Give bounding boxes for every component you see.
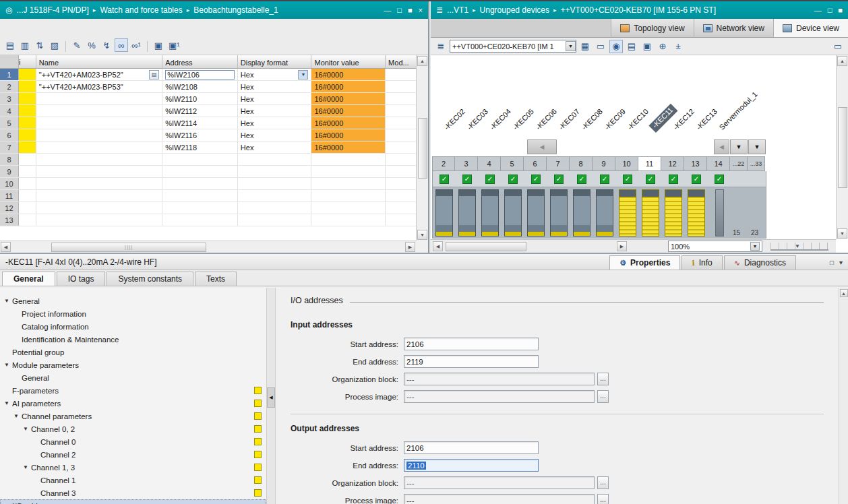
- maximize-icon[interactable]: ■: [408, 6, 413, 14]
- chevron-down-icon[interactable]: ▼: [13, 413, 22, 419]
- cell-display-format[interactable]: Hex: [238, 129, 312, 141]
- modify-address-button[interactable]: ✎: [70, 38, 84, 52]
- cell-display-format[interactable]: [238, 166, 312, 177]
- module-slot[interactable]: [479, 187, 502, 238]
- scrollbar-thumb[interactable]: [418, 118, 427, 179]
- cell-display-format[interactable]: [238, 178, 312, 189]
- modify-percent-button[interactable]: %: [85, 38, 98, 52]
- failsafe-module[interactable]: [619, 189, 636, 237]
- zoom-slider-knob[interactable]: ▼: [795, 243, 800, 249]
- nav-project-information[interactable]: Project information: [0, 307, 266, 320]
- cell-name[interactable]: "++VT420+AM023-BP52" ▤: [36, 69, 162, 80]
- failsafe-module-selected[interactable]: [642, 189, 659, 237]
- module-slot[interactable]: [456, 187, 479, 238]
- jump-to-row-button[interactable]: ⇅: [33, 38, 47, 52]
- row-number[interactable]: 1: [0, 69, 19, 80]
- failsafe-module[interactable]: [688, 189, 705, 237]
- io-module[interactable]: [596, 189, 613, 237]
- zoom-select[interactable]: 100% ▼: [668, 241, 762, 252]
- browse-button[interactable]: ...: [597, 373, 609, 385]
- show-force-columns-button[interactable]: ▣¹: [166, 38, 182, 52]
- input-end-address-field[interactable]: 2119: [404, 355, 539, 368]
- horizontal-scrollbar[interactable]: [446, 241, 614, 251]
- tag-browse-button[interactable]: ▤: [149, 70, 159, 80]
- breadcrumb-project[interactable]: ...VT1: [447, 5, 468, 15]
- tab-properties[interactable]: ⚙ Properties: [609, 255, 680, 270]
- table-row[interactable]: 5 %IW2114 Hex 16#0000: [0, 117, 416, 129]
- slot-cell[interactable]: 7: [547, 156, 570, 171]
- cell-display-format[interactable]: Hex ▼: [238, 69, 312, 80]
- slot-cell[interactable]: 14: [707, 156, 730, 171]
- row-number[interactable]: 11: [0, 190, 19, 201]
- chevron-down-icon[interactable]: ▼: [23, 464, 31, 470]
- tab-device-view[interactable]: Device view: [773, 19, 848, 37]
- breadcrumb-ungrouped-devices[interactable]: Ungrouped devices: [480, 5, 549, 15]
- slot-cell[interactable]: 3: [455, 156, 478, 171]
- slot-cell-selected[interactable]: 11: [638, 156, 661, 171]
- io-module[interactable]: [527, 189, 545, 237]
- close-icon[interactable]: ×: [419, 6, 423, 14]
- row-number[interactable]: 6: [0, 129, 19, 141]
- cell-address[interactable]: [162, 190, 238, 201]
- maximize-icon[interactable]: ■: [838, 6, 843, 14]
- scroll-up-icon[interactable]: ▲: [840, 289, 848, 297]
- cell-display-format[interactable]: Hex: [238, 141, 312, 153]
- module-label[interactable]: -KEC08: [580, 107, 605, 133]
- nav-module-parameters[interactable]: ▼Module parameters: [0, 358, 266, 371]
- module-label-selected[interactable]: -KEC11: [648, 104, 677, 133]
- module-label[interactable]: -KEC06: [534, 107, 559, 133]
- module-label[interactable]: -KEC10: [626, 107, 651, 133]
- zoom-button[interactable]: ⊕: [656, 40, 669, 53]
- browse-button[interactable]: ...: [597, 476, 609, 489]
- modify-now-button[interactable]: ↯: [100, 38, 113, 52]
- module-slot[interactable]: [639, 187, 662, 238]
- nav-channel-2[interactable]: Channel 2: [0, 448, 266, 461]
- table-row[interactable]: 3 %IW2110 Hex 16#0000: [0, 93, 416, 105]
- row-number[interactable]: 8: [0, 154, 19, 165]
- cell-name[interactable]: [36, 93, 162, 104]
- cell-modify[interactable]: [386, 105, 416, 117]
- nav-identification-maintenance[interactable]: Identification & Maintenance: [0, 333, 266, 346]
- cell-address[interactable]: %IW2106: [162, 69, 238, 80]
- cell-modify[interactable]: [386, 214, 416, 226]
- server-module[interactable]: [715, 189, 724, 237]
- module-slot[interactable]: [570, 187, 593, 238]
- browse-button[interactable]: ...: [597, 390, 609, 403]
- float-panel-icon[interactable]: □: [830, 259, 834, 266]
- cell-name[interactable]: "++VT420+AM023-BP53": [36, 81, 162, 92]
- slot-range-dropdown[interactable]: ▼: [730, 139, 748, 154]
- table-row[interactable]: 10: [0, 178, 416, 190]
- module-slot[interactable]: [547, 187, 570, 238]
- show-labels-button[interactable]: ▭: [594, 40, 607, 53]
- chevron-down-icon[interactable]: ▼: [4, 298, 12, 304]
- cell-address[interactable]: %IW2118: [162, 141, 238, 153]
- device-selector[interactable]: ++VT000+CE020-KEB70 [IM 1 ▼: [450, 40, 576, 53]
- cell-display-format[interactable]: [238, 202, 312, 214]
- scroll-right-icon[interactable]: ▶: [405, 242, 415, 252]
- io-module[interactable]: [573, 189, 590, 237]
- tab-io-tags[interactable]: IO tags: [57, 272, 106, 286]
- io-module[interactable]: [550, 189, 568, 237]
- cell-modify[interactable]: [386, 190, 416, 201]
- cell-address[interactable]: %IW2114: [162, 117, 238, 129]
- cell-modify[interactable]: [386, 69, 416, 80]
- tab-topology-view[interactable]: Topology view: [611, 19, 693, 37]
- show-modify-columns-button[interactable]: ▣: [152, 38, 165, 52]
- properties-vertical-scrollbar[interactable]: ▲: [839, 288, 848, 504]
- io-module[interactable]: [435, 189, 453, 237]
- device-overview-button[interactable]: ≣: [434, 40, 448, 53]
- cell-display-format[interactable]: Hex: [238, 93, 312, 104]
- table-row[interactable]: 6 %IW2116 Hex 16#0000: [0, 129, 416, 141]
- table-row[interactable]: 12: [0, 202, 416, 214]
- cell-name[interactable]: [36, 214, 162, 226]
- cell-address[interactable]: [162, 214, 238, 226]
- cell-modify[interactable]: [386, 154, 416, 165]
- cell-name[interactable]: [36, 190, 162, 201]
- breadcrumb-watch-table-name[interactable]: Beobachtungstabelle_1: [193, 5, 278, 15]
- zoom-options-button[interactable]: ±: [671, 40, 685, 53]
- table-row[interactable]: 9: [0, 166, 416, 178]
- table-row[interactable]: 2 "++VT420+AM023-BP53" %IW2108 Hex 16#00…: [0, 81, 416, 93]
- scrollbar-thumb[interactable]: ||||: [51, 243, 206, 252]
- collapse-nav-icon[interactable]: ◀: [267, 387, 275, 408]
- cell-name[interactable]: [36, 202, 162, 214]
